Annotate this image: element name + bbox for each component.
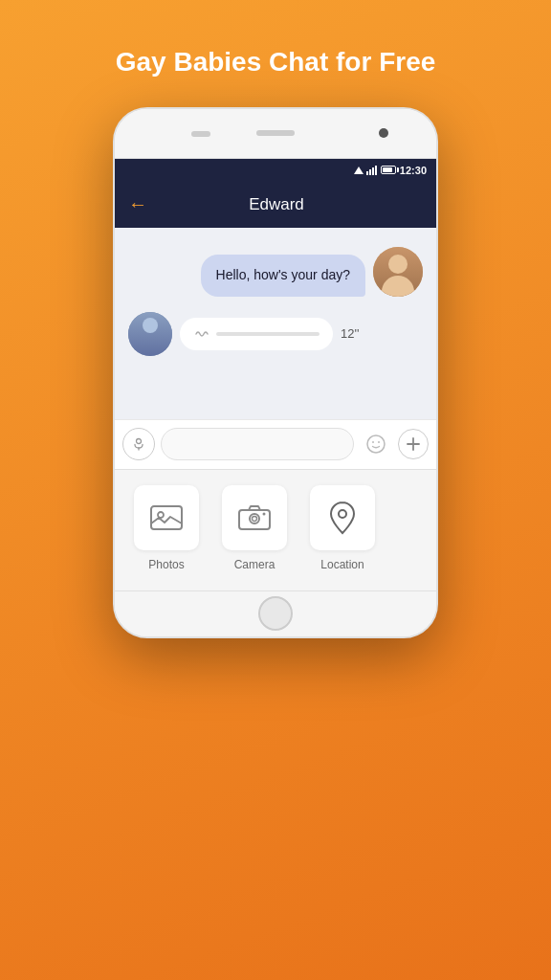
location-icon <box>328 501 357 535</box>
photos-icon-box <box>134 485 199 550</box>
status-bar: 12:30 <box>115 159 436 182</box>
svg-point-0 <box>137 439 142 444</box>
camera-icon-box <box>222 485 287 550</box>
back-button[interactable]: ← <box>128 193 147 215</box>
phone-bezel-top <box>115 109 436 159</box>
svg-point-12 <box>263 512 266 515</box>
attach-photos[interactable]: Photos <box>128 485 205 571</box>
message-input[interactable] <box>161 428 354 460</box>
camera-icon <box>237 502 272 533</box>
outgoing-voice-row: 12'' <box>128 312 423 356</box>
voice-bubble[interactable] <box>180 318 333 350</box>
sensor-bar <box>191 131 210 137</box>
attach-camera[interactable]: Camera <box>216 485 293 571</box>
location-icon-box <box>310 485 375 550</box>
photos-label: Photos <box>148 558 184 571</box>
signal-icon <box>366 166 378 175</box>
svg-point-4 <box>378 441 380 443</box>
app-title: Gay Babies Chat for Free <box>116 46 436 78</box>
speaker <box>256 130 295 136</box>
emoji-button[interactable] <box>360 428 392 460</box>
attachment-plus-button[interactable] <box>398 429 429 459</box>
message-bubble-incoming: Hello, how's your day? <box>201 255 365 297</box>
location-label: Location <box>320 558 364 571</box>
svg-rect-7 <box>151 506 182 529</box>
wifi-icon <box>354 167 364 174</box>
home-button[interactable] <box>258 596 293 631</box>
avatar-edward <box>373 247 423 297</box>
svg-point-2 <box>367 435 385 453</box>
status-icons <box>354 166 396 175</box>
voice-waves-icon <box>193 327 210 341</box>
svg-point-13 <box>339 510 346 518</box>
incoming-message-row: Hello, how's your day? <box>128 247 423 297</box>
voice-input-button[interactable] <box>122 428 155 460</box>
camera-label: Camera <box>234 558 276 571</box>
svg-point-10 <box>250 514 259 523</box>
contact-name: Edward <box>159 195 394 214</box>
front-camera <box>379 128 388 138</box>
svg-point-11 <box>253 516 257 521</box>
voice-waveform <box>216 332 320 336</box>
attachment-panel: Photos Camera L <box>115 469 436 590</box>
phone-mockup: 12:30 ← Edward Hello, how's your day? <box>113 107 438 638</box>
chat-area: Hello, how's your day? 12'' <box>115 228 436 419</box>
phone-bezel-bottom <box>115 590 436 636</box>
chat-header: ← Edward <box>115 182 436 228</box>
voice-duration: 12'' <box>341 326 359 341</box>
attach-location[interactable]: Location <box>304 485 381 571</box>
image-icon <box>149 502 184 533</box>
input-bar <box>115 419 436 469</box>
avatar-me <box>128 312 172 356</box>
svg-point-8 <box>158 512 164 518</box>
status-time: 12:30 <box>400 165 427 176</box>
svg-point-3 <box>372 441 374 443</box>
battery-icon <box>381 166 396 174</box>
